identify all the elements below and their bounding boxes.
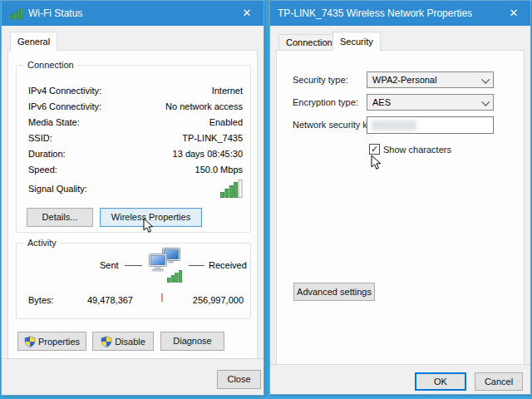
- close-icon[interactable]: ✕: [505, 4, 523, 22]
- chevron-down-icon: [481, 76, 490, 84]
- show-characters-checkbox[interactable]: ✓: [369, 144, 380, 155]
- chevron-down-icon: [481, 98, 490, 106]
- mouse-cursor: [143, 218, 154, 235]
- disable-button-label: Disable: [115, 337, 145, 347]
- media-state-label: Media State:: [28, 117, 80, 127]
- wifi-status-dialog: Wi-Fi Status ✕ General Connection IPv4 C…: [1, 0, 264, 396]
- encryption-type-label: Encryption type:: [293, 97, 358, 107]
- connection-info-rows: IPv4 Connectivity: Internet IPv6 Connect…: [17, 82, 250, 200]
- sent-dash: [125, 265, 142, 266]
- speed-label: Speed:: [28, 165, 57, 175]
- encryption-type-select[interactable]: AES: [367, 94, 494, 111]
- encryption-type-value: AES: [372, 97, 391, 107]
- network-key-input[interactable]: [367, 116, 494, 134]
- media-state-value: Enabled: [209, 117, 243, 127]
- close-button[interactable]: Close: [217, 370, 261, 389]
- row-ipv4: IPv4 Connectivity: Internet: [17, 82, 250, 98]
- row-media-state: Media State: Enabled: [17, 114, 250, 130]
- network-key-label: Network security key: [293, 120, 377, 130]
- row-signal-quality: Signal Quality:: [17, 177, 250, 200]
- wifi-status-titlebar[interactable]: Wi-Fi Status ✕: [2, 1, 264, 26]
- security-type-value: WPA2-Personal: [372, 75, 436, 85]
- sent-label: Sent: [100, 260, 119, 270]
- security-type-select[interactable]: WPA2-Personal: [367, 71, 494, 88]
- show-characters-label: Show characters: [383, 145, 451, 155]
- tab-general[interactable]: General: [10, 32, 57, 51]
- activity-group-label: Activity: [24, 238, 60, 248]
- checkmark-icon: ✓: [371, 144, 378, 154]
- close-icon[interactable]: ✕: [238, 4, 256, 22]
- row-duration: Duration: 13 days 08:45:30: [17, 145, 250, 161]
- wireless-network-properties-dialog: TP-LINK_7435 Wireless Network Properties…: [269, 0, 531, 395]
- wnp-dialog-footer: OK Cancel: [270, 364, 530, 394]
- row-ssid: SSID: TP-LINK_7435: [17, 130, 250, 145]
- wifi-dialog-title: Wi-Fi Status: [28, 7, 233, 19]
- received-dash: [189, 265, 204, 266]
- ssid-value: TP-LINK_7435: [182, 133, 243, 143]
- uac-shield-icon: [101, 336, 112, 347]
- wifi-dialog-footer: Close: [2, 358, 264, 395]
- properties-button[interactable]: Properties: [17, 332, 86, 351]
- signal-quality-bars-icon: [220, 180, 243, 198]
- ipv6-label: IPv6 Connectivity:: [28, 101, 101, 111]
- ipv6-value: No network access: [165, 101, 243, 111]
- ssid-label: SSID:: [28, 133, 52, 143]
- ipv4-label: IPv4 Connectivity:: [28, 86, 101, 96]
- advanced-settings-button[interactable]: Advanced settings: [293, 283, 375, 301]
- wifi-signal-icon: [9, 8, 23, 19]
- received-label: Received: [209, 260, 247, 270]
- bytes-sent-value: 49,478,367: [50, 295, 133, 305]
- speed-value: 150.0 Mbps: [195, 165, 243, 175]
- connection-group: Connection IPv4 Connectivity: Internet I…: [16, 65, 251, 233]
- security-type-label: Security type:: [293, 75, 348, 85]
- wnp-dialog-title: TP-LINK_7435 Wireless Network Properties: [278, 7, 500, 19]
- diagnose-button[interactable]: Diagnose: [160, 332, 224, 351]
- row-ipv6: IPv6 Connectivity: No network access: [17, 98, 250, 114]
- connection-group-label: Connection: [24, 60, 77, 70]
- row-speed: Speed: 150.0 Mbps: [17, 161, 250, 177]
- cancel-button[interactable]: Cancel: [475, 372, 523, 391]
- wifi-general-page: Connection IPv4 Connectivity: Internet I…: [7, 50, 258, 361]
- tab-security[interactable]: Security: [332, 32, 381, 51]
- duration-value: 13 days 08:45:30: [173, 149, 243, 159]
- network-activity-computers-icon: [148, 248, 185, 284]
- tab-connection[interactable]: Connection: [278, 34, 340, 51]
- mouse-cursor: [371, 155, 382, 172]
- disable-button[interactable]: Disable: [92, 332, 154, 351]
- duration-label: Duration:: [28, 149, 66, 159]
- uac-shield-icon: [24, 336, 36, 347]
- properties-button-label: Properties: [38, 337, 80, 347]
- network-key-blurred-value: [372, 121, 416, 131]
- bytes-divider: |: [156, 292, 168, 302]
- ipv4-value: Internet: [212, 86, 243, 96]
- details-button[interactable]: Details...: [27, 208, 93, 227]
- wnp-titlebar[interactable]: TP-LINK_7435 Wireless Network Properties…: [270, 1, 530, 26]
- ok-button[interactable]: OK: [415, 372, 466, 391]
- signal-quality-label: Signal Quality:: [28, 184, 87, 194]
- activity-group: Activity Sent: [16, 243, 251, 319]
- bytes-received-value: 256,997,000: [193, 295, 244, 305]
